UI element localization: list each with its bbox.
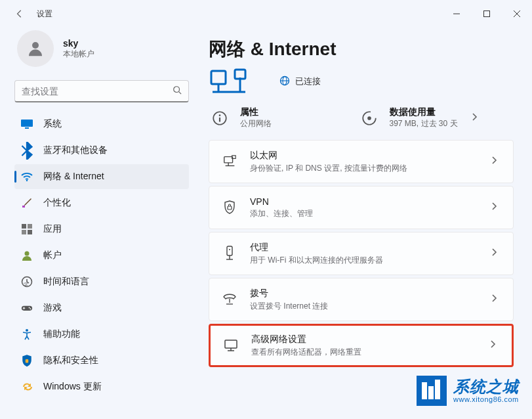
- accessibility-icon: [21, 328, 33, 340]
- svg-rect-40: [228, 206, 232, 210]
- sidebar-item-privacy[interactable]: 隐私和安全性: [14, 348, 189, 373]
- svg-rect-27: [235, 70, 245, 79]
- sidebar-item-update[interactable]: Windows 更新: [14, 374, 189, 399]
- card-title: VPN: [250, 196, 487, 207]
- svg-text:字: 字: [24, 282, 28, 287]
- svg-point-21: [26, 329, 28, 332]
- sidebar-item-label: 帐户: [43, 250, 62, 261]
- watermark: 系统之城 www.xitong86.com: [417, 376, 519, 406]
- sidebar-item-system[interactable]: 系统: [14, 112, 189, 137]
- svg-rect-11: [22, 224, 26, 229]
- sidebar-item-label: 个性化: [43, 197, 71, 209]
- card-sub: 用于 Wi-Fi 和以太网连接的代理服务器: [250, 255, 487, 266]
- avatar: [17, 30, 54, 67]
- sidebar-item-personalize[interactable]: 个性化: [14, 190, 189, 215]
- svg-rect-51: [422, 382, 427, 399]
- user-profile[interactable]: sky 本地帐户: [17, 30, 189, 67]
- svg-point-20: [30, 308, 31, 309]
- chevron-right-icon: [487, 202, 501, 213]
- ethernet-status-icon: [209, 67, 256, 96]
- svg-point-32: [219, 114, 221, 116]
- svg-rect-13: [22, 230, 26, 234]
- svg-line-6: [179, 91, 182, 94]
- sidebar-item-label: 游戏: [43, 302, 62, 314]
- close-button[interactable]: [502, 3, 532, 24]
- svg-point-35: [367, 116, 371, 120]
- chevron-right-icon: [485, 340, 500, 351]
- watermark-zh: 系统之城: [453, 378, 519, 395]
- svg-point-9: [26, 180, 28, 181]
- card-sub: 身份验证, IP 和 DNS 设置, 按流量计费的网络: [250, 163, 487, 174]
- card-sub: 添加、连接、管理: [250, 208, 487, 219]
- card-advanced-network[interactable]: 高级网络设置 查看所有网络适配器，网络重置: [209, 324, 514, 367]
- chevron-right-icon: [487, 156, 501, 167]
- sidebar-item-label: 应用: [43, 223, 62, 235]
- svg-point-19: [29, 307, 30, 308]
- card-dialup[interactable]: 拨号 设置拨号 Internet 连接: [209, 278, 514, 321]
- data-usage-icon: [358, 107, 380, 129]
- profile-sub: 本地帐户: [63, 49, 94, 60]
- sidebar-item-accounts[interactable]: 帐户: [14, 243, 189, 268]
- brush-icon: [21, 197, 33, 209]
- profile-name: sky: [63, 38, 94, 49]
- gamepad-icon: [21, 302, 33, 314]
- card-vpn[interactable]: VPN 添加、连接、管理: [209, 186, 514, 229]
- shield-icon: [21, 355, 33, 366]
- sidebar-item-network[interactable]: 网络 & Internet: [14, 164, 189, 189]
- svg-rect-47: [225, 340, 237, 348]
- minimize-button[interactable]: [441, 3, 472, 24]
- svg-point-4: [32, 42, 39, 49]
- svg-rect-14: [28, 230, 32, 234]
- card-title: 拨号: [250, 288, 487, 299]
- globe-icon: [279, 76, 290, 88]
- sidebar-item-apps[interactable]: 应用: [14, 217, 189, 242]
- sidebar-item-bluetooth[interactable]: 蓝牙和其他设备: [14, 138, 189, 163]
- sidebar-item-label: 时间和语言: [43, 276, 89, 288]
- watermark-en: www.xitong86.com: [453, 395, 519, 403]
- svg-point-44: [229, 249, 230, 250]
- search-icon: [173, 85, 182, 97]
- properties-title: 属性: [240, 106, 272, 118]
- properties-block[interactable]: 属性 公用网络: [209, 106, 358, 129]
- svg-rect-22: [26, 359, 29, 363]
- card-sub: 查看所有网络适配器，网络重置: [251, 347, 485, 358]
- search-input[interactable]: [22, 86, 173, 97]
- card-proxy[interactable]: 代理 用于 Wi-Fi 和以太网连接的代理服务器: [209, 232, 514, 275]
- data-usage-title: 数据使用量: [390, 106, 458, 118]
- card-sub: 设置拨号 Internet 连接: [250, 301, 487, 312]
- sidebar-item-gaming[interactable]: 游戏: [14, 296, 189, 320]
- svg-rect-23: [211, 71, 226, 84]
- data-usage-sub: 397 MB, 过去 30 天: [390, 118, 458, 129]
- svg-rect-36: [224, 157, 233, 163]
- search-box[interactable]: [14, 80, 189, 102]
- svg-point-15: [25, 252, 30, 256]
- sidebar-item-time[interactable]: 字 时间和语言: [14, 269, 189, 294]
- back-button[interactable]: [12, 6, 28, 22]
- card-title: 以太网: [250, 150, 487, 162]
- sidebar-item-label: Windows 更新: [43, 381, 102, 393]
- svg-rect-7: [21, 120, 33, 127]
- sidebar-item-label: 蓝牙和其他设备: [43, 144, 108, 156]
- svg-rect-33: [219, 117, 220, 121]
- watermark-logo: [417, 376, 447, 406]
- svg-rect-53: [435, 380, 440, 399]
- properties-icon: [209, 107, 231, 129]
- wifi-icon: [21, 171, 33, 183]
- sidebar-item-accessibility[interactable]: 辅助功能: [14, 322, 189, 347]
- maximize-button[interactable]: [472, 3, 502, 24]
- svg-rect-10: [22, 206, 25, 208]
- card-ethernet[interactable]: 以太网 身份验证, IP 和 DNS 设置, 按流量计费的网络: [209, 140, 514, 183]
- monitor-icon: [222, 337, 239, 354]
- card-title: 代理: [250, 242, 487, 254]
- clock-icon: 字: [21, 276, 33, 288]
- connection-status: 已连接: [279, 76, 321, 88]
- sidebar-item-label: 系统: [43, 118, 62, 130]
- svg-rect-12: [28, 224, 32, 229]
- properties-sub: 公用网络: [240, 118, 272, 129]
- svg-rect-52: [428, 386, 434, 399]
- phone-icon: [221, 291, 238, 308]
- ethernet-icon: [221, 153, 238, 170]
- data-usage-block[interactable]: 数据使用量 397 MB, 过去 30 天: [358, 106, 508, 129]
- page-title: 网络 & Internet: [209, 37, 514, 62]
- proxy-icon: [221, 245, 238, 262]
